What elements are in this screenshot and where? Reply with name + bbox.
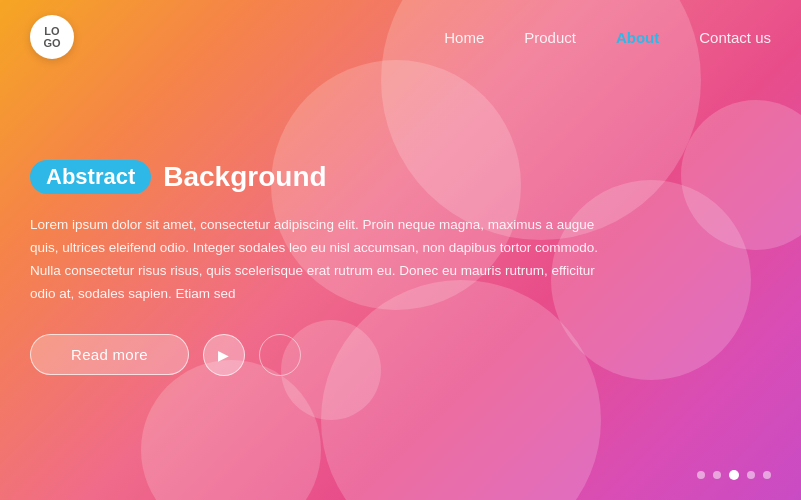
page-wrapper: LOGO Home Product About Contact us Abstr…	[0, 0, 801, 500]
pagination-dots	[697, 470, 771, 480]
nav-about[interactable]: About	[616, 29, 659, 46]
nav-contact[interactable]: Contact us	[699, 29, 771, 46]
hero-title: Abstract Background	[30, 160, 600, 194]
pagination-dot-4[interactable]	[747, 471, 755, 479]
pagination-dot-1[interactable]	[697, 471, 705, 479]
hero-content: Abstract Background Lorem ipsum dolor si…	[30, 160, 600, 376]
pagination-dot-2[interactable]	[713, 471, 721, 479]
cta-row: Read more ▶	[30, 334, 600, 376]
navbar: LOGO Home Product About Contact us	[0, 0, 801, 74]
logo-text: LOGO	[43, 25, 60, 49]
hero-badge: Abstract	[30, 160, 151, 194]
hero-description: Lorem ipsum dolor sit amet, consectetur …	[30, 214, 600, 306]
read-more-button[interactable]: Read more	[30, 334, 189, 375]
play-icon: ▶	[218, 347, 229, 363]
nav-home[interactable]: Home	[444, 29, 484, 46]
nav-links: Home Product About Contact us	[444, 29, 771, 46]
pagination-dot-3[interactable]	[729, 470, 739, 480]
play-hollow-button[interactable]	[259, 334, 301, 376]
nav-product[interactable]: Product	[524, 29, 576, 46]
pagination-dot-5[interactable]	[763, 471, 771, 479]
play-button[interactable]: ▶	[203, 334, 245, 376]
logo[interactable]: LOGO	[30, 15, 74, 59]
hero-title-text: Background	[163, 161, 326, 193]
